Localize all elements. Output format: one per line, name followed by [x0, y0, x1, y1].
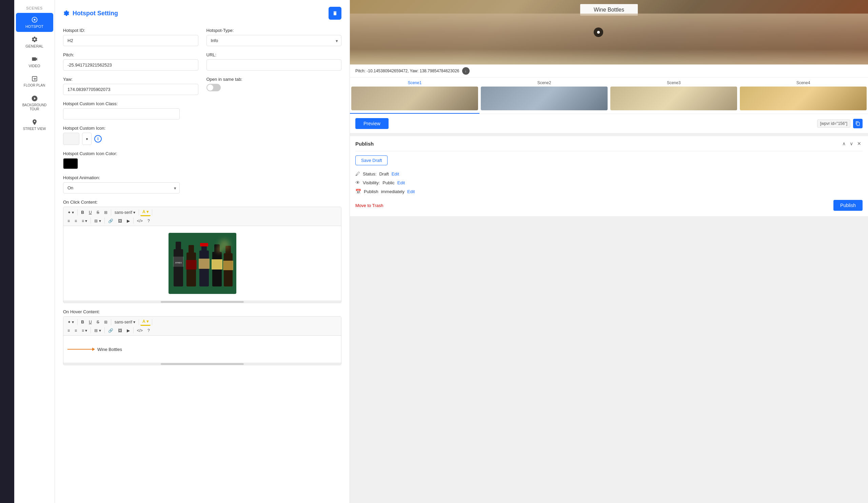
hover-toolbar-align-btn[interactable]: ≡ ▾	[80, 327, 89, 334]
hover-toolbar-image-btn[interactable]: 🖼	[116, 327, 124, 334]
download-button[interactable]: ↓	[462, 67, 469, 75]
toolbar-sep-2	[111, 209, 111, 215]
status-label: Status:	[363, 171, 376, 177]
publish-close-btn[interactable]: ✕	[856, 140, 862, 147]
scenes-row: Scene1 Scene2 Scene3 Scene4	[350, 78, 868, 114]
settings-panel: Hotspot Setting Hotspot ID: Hotspot-Type…	[55, 0, 350, 503]
url-input[interactable]	[206, 59, 342, 71]
svg-rect-6	[188, 245, 194, 253]
toolbar-align-btn[interactable]: ≡ ▾	[80, 218, 89, 224]
publish-title: Publish	[355, 141, 374, 147]
toolbar-sep-5	[91, 218, 91, 224]
toolbar-embed-btn[interactable]: ▶	[125, 218, 132, 224]
pitch-input[interactable]	[63, 59, 198, 71]
gear-icon	[63, 10, 70, 17]
toolbar-help-btn[interactable]: ?	[145, 218, 152, 224]
hover-toolbar-magic-btn[interactable]: ✦ ▾	[65, 319, 76, 325]
hover-toolbar-format-btn[interactable]: ⊞	[102, 319, 110, 325]
delete-hotspot-button[interactable]	[329, 7, 341, 20]
sidebar-item-background-tour[interactable]: BACKGROUND TOUR	[16, 92, 53, 115]
publish-section: Publish ∧ ∨ ✕ Save Draft 🖊 Status: Draft…	[350, 136, 868, 216]
animation-select[interactable]: On	[63, 182, 180, 193]
toolbar-sep-3	[139, 209, 139, 215]
hover-toolbar-ul-btn[interactable]: ≡	[65, 327, 72, 334]
toolbar-ol-btn[interactable]: ≡	[73, 218, 79, 224]
hover-toolbar-underline-btn[interactable]: U	[87, 319, 94, 325]
hover-toolbar-font-family-btn[interactable]: sans-serif ▾	[113, 319, 137, 325]
toolbar-bold-btn[interactable]: B	[79, 209, 86, 216]
publish-time-edit-link[interactable]: Edit	[407, 189, 415, 194]
toolbar-strike-btn[interactable]: S	[95, 209, 101, 216]
publish-collapse-btn[interactable]: ∧	[841, 140, 847, 147]
toolbar-font-color-btn[interactable]: A ▾	[141, 208, 151, 216]
hover-scrollbar-thumb	[161, 363, 244, 365]
toolbar-code-btn[interactable]: </>	[135, 218, 145, 224]
scene-thumb-2[interactable]: Scene2	[479, 78, 609, 114]
toolbar-image-btn[interactable]: 🖼	[116, 218, 124, 224]
animation-group: Hotspot Animation: On	[63, 175, 341, 193]
svg-rect-10	[200, 243, 208, 247]
hover-toolbar-sep-6	[104, 327, 105, 333]
scene-thumb-4[interactable]: Scene4	[738, 78, 868, 114]
click-content-scrollbar[interactable]	[63, 301, 341, 303]
sidebar-item-street-view[interactable]: STREET VIEW	[16, 115, 53, 134]
hotspot-marker[interactable]	[594, 28, 603, 37]
svg-point-0	[33, 19, 35, 21]
hover-toolbar-strike-btn[interactable]: S	[95, 319, 101, 325]
hover-content-toolbar: ✦ ▾ B U S ⊞ sans-serif ▾ A ▾ ≡ ≡	[63, 317, 341, 336]
icon-color-swatch[interactable]	[63, 158, 78, 169]
publish-action-button[interactable]: Publish	[834, 200, 862, 211]
hover-toolbar-table-btn[interactable]: ⊞ ▾	[92, 327, 103, 334]
custom-icon-info-button[interactable]: i	[94, 135, 102, 142]
form-row-click-content: On Click Content: ✦ ▾ B U S ⊞ sans-serif…	[63, 200, 341, 303]
hover-content-editor: ✦ ▾ B U S ⊞ sans-serif ▾ A ▾ ≡ ≡	[63, 316, 341, 365]
hotspot-label: HOTSPOT	[25, 24, 43, 29]
hover-toolbar-ol-btn[interactable]: ≡	[73, 327, 79, 334]
hover-content-scrollbar[interactable]	[63, 363, 341, 365]
scene-thumb-3[interactable]: Scene3	[609, 78, 738, 114]
hover-toolbar-font-color-btn[interactable]: A ▾	[141, 318, 151, 326]
hotspot-setting-title: Hotspot Setting	[73, 10, 118, 17]
publish-header: Publish ∧ ∨ ✕	[355, 136, 862, 151]
toolbar-font-family-btn[interactable]: sans-serif ▾	[113, 209, 137, 216]
pitch-yaw-text: Pitch: -10.145380942659472, Yaw: 138.798…	[355, 69, 459, 73]
hover-content-area[interactable]: Wine Bottles	[63, 336, 341, 363]
copy-shortcode-button[interactable]	[853, 119, 862, 128]
sidebar-item-video[interactable]: VIDEO	[16, 52, 53, 71]
click-content-area[interactable]: JONES	[63, 226, 341, 301]
publish-expand-btn[interactable]: ∨	[848, 140, 855, 147]
sidebar-item-general[interactable]: GENERAL	[16, 33, 53, 52]
form-row-animation: Hotspot Animation: On	[63, 175, 341, 193]
hover-toolbar-bold-btn[interactable]: B	[79, 319, 86, 325]
form-row-icon-color: Hotspot Custom Icon Color:	[63, 151, 341, 169]
toolbar-table-btn[interactable]: ⊞ ▾	[92, 218, 103, 224]
sidebar-item-hotspot[interactable]: HOTSPOT	[16, 13, 53, 32]
sidebar-item-floor-plan[interactable]: FLOOR PLAN	[16, 72, 53, 91]
toolbar-ul-btn[interactable]: ≡	[65, 218, 72, 224]
animation-select-wrapper: On	[63, 182, 180, 193]
hover-toolbar-embed-btn[interactable]: ▶	[125, 327, 132, 334]
toolbar-format-btn[interactable]: ⊞	[102, 209, 110, 216]
scene3-name: Scene3	[667, 80, 681, 85]
custom-icon-dropdown-button[interactable]: ▾	[82, 133, 92, 145]
scene-thumb-1[interactable]: Scene1	[350, 78, 479, 114]
visibility-edit-link[interactable]: Edit	[397, 180, 405, 185]
custom-icon-class-input[interactable]	[63, 108, 180, 120]
toolbar-link-btn[interactable]: 🔗	[106, 218, 115, 224]
hover-toolbar-link-btn[interactable]: 🔗	[106, 327, 115, 334]
hover-toolbar-sep-5	[91, 327, 91, 333]
preview-button[interactable]: Preview	[355, 118, 389, 129]
toolbar-underline-btn[interactable]: U	[87, 209, 94, 216]
yaw-input[interactable]	[63, 84, 198, 95]
hover-toolbar-code-btn[interactable]: </>	[135, 327, 145, 334]
shortcode-text: [wpvr id="156"]	[817, 120, 850, 128]
toolbar-magic-btn[interactable]: ✦ ▾	[65, 209, 76, 216]
hover-toolbar-help-btn[interactable]: ?	[145, 327, 152, 334]
status-edit-link[interactable]: Edit	[392, 171, 399, 177]
hotspot-id-input[interactable]	[63, 35, 198, 46]
save-draft-button[interactable]: Save Draft	[355, 155, 388, 165]
form-row-custom-icon: Hotspot Custom Icon: ▾ i	[63, 125, 341, 145]
open-same-tab-toggle[interactable]	[206, 84, 221, 91]
hotspot-type-select[interactable]: Info	[206, 35, 342, 46]
move-to-trash-link[interactable]: Move to Trash	[355, 203, 383, 208]
